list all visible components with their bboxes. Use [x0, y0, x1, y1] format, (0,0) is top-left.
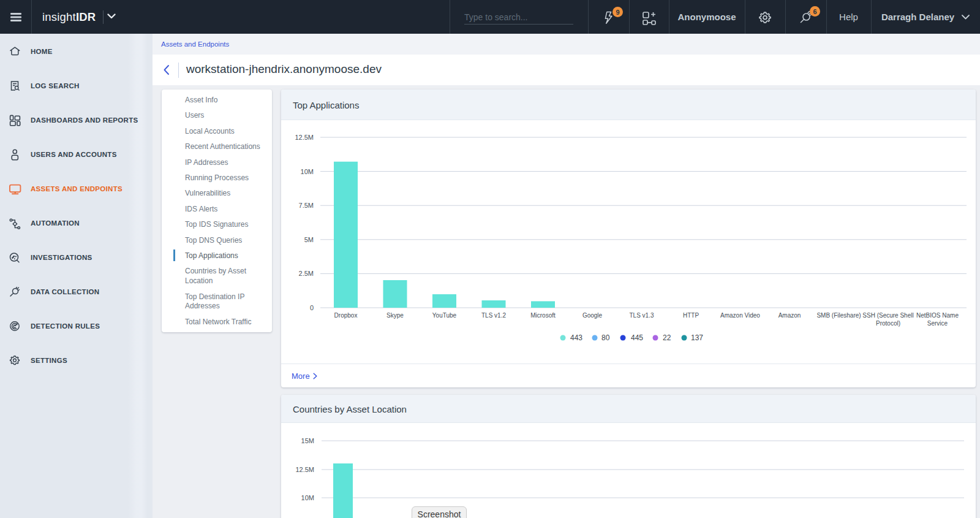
svg-text:Amazon: Amazon [778, 312, 801, 319]
svg-text:12.5M: 12.5M [295, 134, 314, 141]
svg-text:HTTP: HTTP [683, 312, 699, 319]
svg-text:137: 137 [691, 333, 703, 342]
svg-text:Amazon Video: Amazon Video [720, 312, 760, 319]
svg-text:Skype: Skype [386, 312, 404, 319]
svg-text:Service: Service [927, 320, 948, 327]
svg-text:10M: 10M [301, 168, 314, 175]
svg-text:80: 80 [601, 333, 610, 342]
svg-text:Dropbox: Dropbox [334, 312, 358, 319]
svg-text:10M: 10M [301, 494, 314, 501]
svg-text:NetBIOS Name: NetBIOS Name [916, 312, 959, 319]
svg-text:Protocol): Protocol) [876, 320, 900, 327]
svg-text:445: 445 [631, 333, 643, 342]
svg-text:SSH (Secure Shell: SSH (Secure Shell [862, 312, 913, 319]
svg-text:TLS v1.2: TLS v1.2 [481, 312, 506, 319]
svg-text:2.5M: 2.5M [299, 270, 314, 277]
svg-text:22: 22 [663, 333, 671, 342]
svg-text:Google: Google [582, 312, 603, 319]
svg-text:TLS v1.3: TLS v1.3 [629, 312, 654, 319]
svg-text:5M: 5M [304, 236, 314, 243]
svg-text:SMB (Fileshare): SMB (Fileshare) [816, 312, 861, 319]
svg-text:12.5M: 12.5M [295, 466, 314, 473]
svg-text:0: 0 [310, 304, 314, 311]
svg-text:15M: 15M [301, 437, 314, 444]
svg-text:443: 443 [570, 333, 582, 342]
svg-text:YouTube: YouTube [432, 312, 457, 319]
svg-text:Microsoft: Microsoft [530, 312, 556, 319]
svg-text:7.5M: 7.5M [299, 202, 314, 209]
